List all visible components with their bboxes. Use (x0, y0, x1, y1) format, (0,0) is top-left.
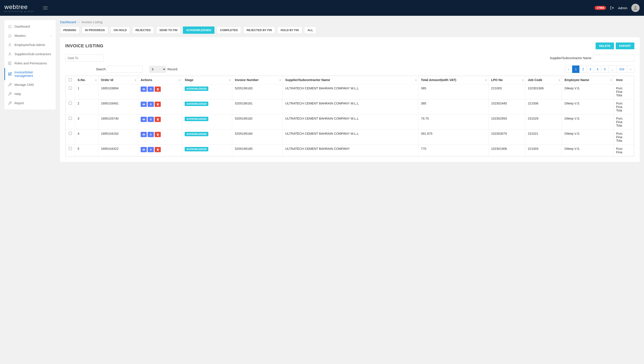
page-4[interactable]: 4 (594, 66, 601, 73)
column-header[interactable]: Order Id (98, 76, 138, 84)
delete-row-button[interactable] (155, 102, 161, 107)
logout-icon[interactable] (610, 6, 614, 10)
filter-tab-acknowledged[interactable]: ACKNOWLEDGED (183, 26, 214, 34)
cell-supplier: ULTRATECH CEMENT BAHRAIN COMPANY W.L.L (282, 84, 418, 100)
filter-tab-hold-by-fin[interactable]: HOLD BY FIN (277, 26, 302, 34)
column-header[interactable]: Job Code (525, 76, 562, 84)
view-button[interactable] (141, 147, 147, 152)
sidebar-item-manage-cms[interactable]: Manage CMS (4, 80, 56, 89)
select-all-checkbox[interactable] (69, 78, 72, 81)
sort-icon (522, 79, 524, 81)
column-header[interactable]: Invo (613, 76, 634, 84)
page-...[interactable]: ... (608, 66, 616, 73)
column-header[interactable]: Employee Name (562, 76, 614, 84)
filter-tab-rejected[interactable]: REJECTED (132, 26, 154, 34)
page-3[interactable]: 3 (586, 66, 594, 73)
wrench-icon (8, 83, 12, 87)
supplier-filter-label: Supplier/Subcontractor Name (550, 56, 592, 60)
person-icon (633, 5, 638, 10)
delete-row-button[interactable] (155, 117, 161, 122)
cell-invoice-number: 5205199183 (232, 84, 282, 100)
records-per-page-select[interactable]: 5 (150, 66, 166, 73)
filter-tab-on-hold[interactable]: ON HOLD (110, 26, 130, 34)
view-button[interactable] (141, 86, 147, 92)
table-row: 21695103491ACKNOWLEDGED5205199181ULTRATE… (66, 100, 634, 114)
avatar[interactable] (631, 4, 640, 12)
column-header[interactable]: Stage (182, 76, 232, 84)
sidebar-item-roles-and-permissions[interactable]: Roles and Permissions (4, 59, 56, 68)
column-header[interactable]: Invoice Number (232, 76, 282, 84)
table-container[interactable]: S.No.Order IdActionsStageInvoice NumberS… (65, 76, 634, 156)
export-button[interactable]: EXPORT (616, 42, 634, 49)
column-header[interactable]: LPO No (488, 76, 525, 84)
download-button[interactable] (148, 102, 154, 107)
page-324[interactable]: 324 (616, 66, 627, 73)
filter-tab-rejected-by-fin[interactable]: REJECTED BY FIN (243, 26, 275, 34)
download-button[interactable] (148, 147, 154, 152)
column-header[interactable]: Actions (138, 76, 182, 84)
table-row: 31695103740ACKNOWLEDGED5205199182ULTRATE… (66, 114, 634, 130)
page-next[interactable]: › (627, 66, 634, 73)
row-checkbox[interactable] (69, 147, 72, 150)
filter-tab-send-to-fin[interactable]: SEND TO FIN (156, 26, 181, 34)
sidebar-item-invoice-ticket-management[interactable]: Invoice/ticket management (4, 68, 56, 80)
search-input[interactable] (107, 66, 143, 73)
stage-badge: ACKNOWLEDGED (185, 102, 208, 106)
invoice-table: S.No.Order IdActionsStageInvoice NumberS… (66, 76, 634, 156)
cell-lpo: 221003 (488, 84, 525, 100)
cell-supplier: ULTRATECH CEMENT BAHRAIN COMPANY W.L.L (282, 100, 418, 114)
breadcrumb-separator: • (78, 20, 79, 24)
column-header[interactable]: S.No. (75, 76, 98, 84)
sidebar-item-report[interactable]: Report (4, 98, 56, 108)
notification-badge[interactable]: 17868 (594, 6, 606, 10)
date-to-input[interactable] (65, 54, 104, 62)
breadcrumb-root[interactable]: Dashboard (60, 20, 76, 24)
filter-tab-in-progress[interactable]: IN PROGRESS (82, 26, 108, 34)
view-button[interactable] (141, 117, 147, 122)
sort-icon (415, 79, 417, 81)
record-label: Record (167, 68, 177, 71)
delete-row-button[interactable] (155, 132, 161, 137)
cell-amount: 391.875 (418, 130, 488, 145)
filter-tab-pending[interactable]: PENDING (60, 26, 80, 34)
page-1[interactable]: 1 (572, 66, 580, 73)
view-button[interactable] (141, 132, 147, 137)
sidebar-item-dashboard[interactable]: Dashboard (4, 22, 56, 31)
page-prev[interactable]: ‹ (565, 66, 572, 73)
page-5[interactable]: 5 (601, 66, 608, 73)
download-button[interactable] (148, 86, 154, 92)
filter-tab-all[interactable]: ALL (304, 26, 316, 34)
column-label: Stage (185, 78, 194, 82)
row-checkbox[interactable] (69, 132, 72, 135)
column-header[interactable]: Supplier/Subcontractor Name (282, 76, 418, 84)
cell-sno: 5 (75, 145, 98, 156)
sidebar-item-masters[interactable]: Masters (4, 31, 56, 40)
row-checkbox[interactable] (69, 117, 72, 120)
delete-row-button[interactable] (155, 86, 161, 92)
column-header[interactable]: Total Amount(with VAT) (418, 76, 488, 84)
view-button[interactable] (141, 102, 147, 107)
logo[interactable]: webtree accelerating growth (4, 4, 34, 12)
page-2[interactable]: 2 (580, 66, 587, 73)
cell-employee: Dileep V.S. (562, 130, 614, 145)
cell-extra: PurcFinaTota (613, 100, 634, 114)
sidebar-item-help[interactable]: Help (4, 89, 56, 98)
filter-tabs: PENDINGIN PROGRESSON HOLDREJECTEDSEND TO… (60, 26, 640, 34)
row-checkbox[interactable] (69, 86, 72, 90)
sidebar-item-suppliers-sub-contractors[interactable]: Suppliers/Sub-contractors (4, 50, 56, 59)
row-checkbox[interactable] (69, 102, 72, 105)
delete-button[interactable]: DELETE (596, 42, 614, 49)
cell-job-code: 231021 (525, 130, 562, 145)
download-button[interactable] (148, 132, 154, 137)
download-button[interactable] (148, 117, 154, 122)
delete-row-button[interactable] (155, 147, 161, 152)
supplier-filter-input[interactable] (593, 54, 634, 62)
sidebar-item-employee-sub-admin[interactable]: Employee/Sub-Admin (4, 40, 56, 50)
cell-supplier: ULTRATECH CEMENT BAHRAIN COMPANY W.L.L (282, 114, 418, 130)
stage-badge: ACKNOWLEDGED (185, 132, 208, 136)
cell-order-id: 1695103894 (98, 84, 138, 100)
menu-toggle-button[interactable] (43, 6, 48, 10)
filter-tab-completed[interactable]: COMPLETED (217, 26, 241, 34)
column-label: Supplier/Subcontractor Name (285, 78, 330, 82)
cell-amount: 79.75 (418, 114, 488, 130)
